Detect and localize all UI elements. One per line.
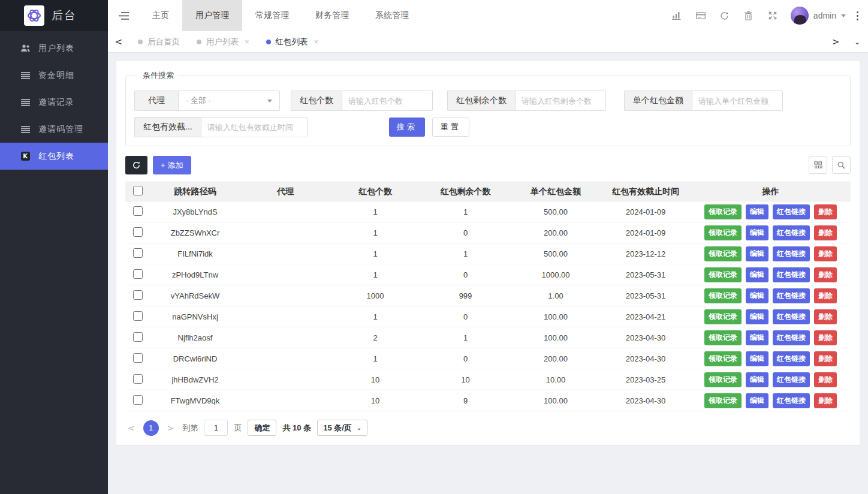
edit-button[interactable]: 编辑 (746, 309, 768, 324)
row-checkbox[interactable] (133, 311, 143, 321)
edit-button[interactable]: 编辑 (746, 288, 768, 303)
delete-button[interactable]: 删除 (814, 246, 837, 261)
claim-records-button[interactable]: 领取记录 (704, 393, 742, 408)
row-checkbox[interactable] (133, 332, 143, 342)
sidebar-item-fund-detail[interactable]: 资金明细 (0, 62, 108, 89)
claim-records-button[interactable]: 领取记录 (704, 204, 742, 219)
delete-button[interactable]: 删除 (814, 225, 837, 240)
edit-button[interactable]: 编辑 (746, 330, 768, 345)
tabs-scroll-left-icon[interactable]: < (108, 31, 129, 53)
reset-button[interactable]: 重置 (432, 118, 469, 137)
claim-records-button[interactable]: 领取记录 (704, 225, 742, 240)
edit-button[interactable]: 编辑 (746, 225, 768, 240)
cell-agent (240, 222, 330, 243)
goto-page-input[interactable] (204, 420, 228, 436)
search-toggle-icon[interactable] (832, 156, 851, 174)
nav-home[interactable]: 主页 (139, 0, 182, 31)
edit-button[interactable]: 编辑 (746, 351, 768, 366)
redpacket-link-button[interactable]: 红包链接 (773, 351, 810, 366)
agent-select[interactable]: - 全部 - (178, 91, 280, 111)
more-menu-icon[interactable] (852, 11, 868, 20)
row-checkbox[interactable] (133, 374, 143, 384)
remaining-input[interactable] (515, 91, 606, 111)
delete-button[interactable]: 删除 (814, 267, 837, 282)
delete-button[interactable]: 删除 (814, 393, 837, 408)
tab-user-list[interactable]: 用户列表 × (188, 31, 258, 53)
edit-button[interactable]: 编辑 (746, 267, 768, 282)
nav-general-management[interactable]: 常规管理 (242, 0, 302, 31)
columns-toggle-icon[interactable] (809, 156, 827, 174)
tabs-dropdown-icon[interactable]: ⌄ (846, 31, 868, 53)
nav-user-management[interactable]: 用户管理 (182, 0, 242, 31)
delete-button[interactable]: 删除 (814, 330, 837, 345)
claim-records-button[interactable]: 领取记录 (704, 288, 742, 303)
add-button[interactable]: + 添加 (153, 156, 191, 174)
chart-icon[interactable] (665, 0, 689, 31)
redpacket-link-button[interactable]: 红包链接 (773, 204, 810, 219)
row-checkbox[interactable] (133, 395, 143, 405)
next-page-icon[interactable]: > (165, 423, 177, 433)
redpacket-link-button[interactable]: 红包链接 (773, 225, 810, 240)
redpacket-link-button[interactable]: 红包链接 (773, 330, 810, 345)
tab-dashboard[interactable]: 后台首页 (129, 31, 188, 53)
sidebar-item-redpacket-list[interactable]: K 红包列表 (0, 143, 108, 170)
count-input[interactable] (342, 91, 433, 111)
claim-records-button[interactable]: 领取记录 (704, 351, 742, 366)
nav-system-management[interactable]: 系统管理 (362, 0, 422, 31)
close-icon[interactable]: × (314, 37, 319, 46)
goto-confirm-button[interactable]: 确定 (248, 420, 276, 436)
edit-button[interactable]: 编辑 (746, 393, 768, 408)
tab-redpacket-list[interactable]: 红包列表 × (258, 31, 327, 53)
trash-icon[interactable] (737, 0, 761, 31)
delete-button[interactable]: 删除 (814, 351, 837, 366)
claim-records-button[interactable]: 领取记录 (704, 330, 742, 345)
redpacket-link-button[interactable]: 红包链接 (773, 393, 810, 408)
row-checkbox[interactable] (133, 248, 143, 258)
claim-records-button[interactable]: 领取记录 (704, 372, 742, 387)
row-checkbox[interactable] (133, 206, 143, 216)
sidebar-item-invite-records[interactable]: 邀请记录 (0, 89, 108, 116)
edit-button[interactable]: 编辑 (746, 246, 768, 261)
claim-records-button[interactable]: 领取记录 (704, 267, 742, 282)
deadline-input[interactable] (201, 117, 308, 137)
redpacket-link-button[interactable]: 红包链接 (773, 372, 810, 387)
claim-records-button[interactable]: 领取记录 (704, 246, 742, 261)
redpacket-link-button[interactable]: 红包链接 (773, 246, 810, 261)
fullscreen-icon[interactable] (761, 0, 785, 31)
delete-button[interactable]: 删除 (814, 288, 837, 303)
search-button[interactable]: 搜索 (389, 118, 425, 137)
cell-remaining: 10 (420, 369, 511, 390)
row-checkbox[interactable] (133, 353, 143, 363)
amount-input[interactable] (692, 91, 783, 111)
page-size-select[interactable]: 15 条/页 ⌄ (317, 420, 367, 436)
close-icon[interactable]: × (245, 37, 249, 46)
row-checkbox[interactable] (133, 227, 143, 237)
user-menu[interactable]: admin (785, 7, 852, 25)
card-icon[interactable] (689, 0, 713, 31)
delete-button[interactable]: 删除 (814, 204, 837, 219)
redpacket-link-button[interactable]: 红包链接 (773, 267, 810, 282)
delete-button[interactable]: 删除 (814, 309, 837, 324)
nav-finance-management[interactable]: 财务管理 (302, 0, 362, 31)
delete-button[interactable]: 删除 (814, 372, 837, 387)
redpacket-link-button[interactable]: 红包链接 (773, 288, 810, 303)
table-row: Njflh2aosf 2 1 100.00 2023-04-30 领取记录 编辑… (125, 327, 851, 348)
edit-button[interactable]: 编辑 (746, 372, 768, 387)
redpacket-link-button[interactable]: 红包链接 (773, 309, 810, 324)
claim-records-button[interactable]: 领取记录 (704, 309, 742, 324)
prev-page-icon[interactable]: < (125, 423, 137, 433)
sidebar-item-invite-codes[interactable]: 邀请码管理 (0, 116, 108, 143)
refresh-icon[interactable] (713, 0, 737, 31)
sidebar-item-user-list[interactable]: 用户列表 (0, 35, 108, 62)
refresh-button[interactable] (125, 156, 147, 174)
cell-count: 1 (330, 222, 420, 243)
page-number-button[interactable]: 1 (143, 420, 159, 436)
edit-button[interactable]: 编辑 (746, 204, 768, 219)
row-checkbox[interactable] (133, 290, 143, 300)
logo-bar[interactable]: 后台 (0, 0, 108, 31)
row-checkbox[interactable] (133, 269, 143, 279)
select-all-checkbox[interactable] (133, 186, 143, 195)
sidebar-toggle-icon[interactable] (108, 0, 139, 31)
tabs-scroll-right-icon[interactable]: > (825, 31, 846, 53)
redpacket-table: 跳转路径码 代理 红包个数 红包剩余个数 单个红包金额 红包有效截止时间 操作 … (125, 182, 851, 411)
